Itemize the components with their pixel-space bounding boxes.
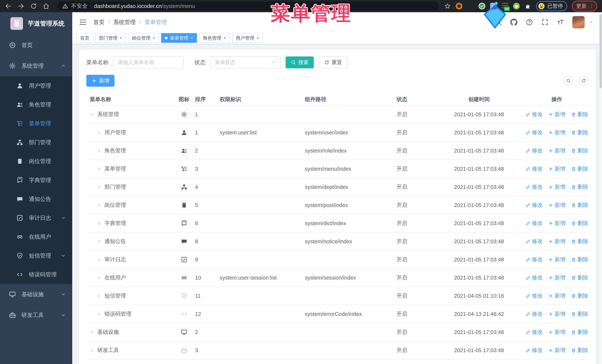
window-scrollbar-thumb[interactable] xyxy=(600,14,602,88)
row-action-edit[interactable]: 修改 xyxy=(526,292,543,300)
tab-close-icon[interactable]: × xyxy=(257,36,259,40)
table-row[interactable]: 短信管理11开启2021-04-05 01:10:16修改新增删除 xyxy=(86,287,588,305)
status-select[interactable]: 菜单状态 xyxy=(210,56,281,69)
row-action-edit[interactable]: 修改 xyxy=(526,328,543,336)
row-action-edit[interactable]: 修改 xyxy=(526,238,543,245)
orange-ring-extension-icon[interactable] xyxy=(456,3,462,10)
bookmark-star-icon[interactable] xyxy=(444,3,451,10)
table-row[interactable]: 岗位管理5system/post/index开启2021-01-05 17:03… xyxy=(86,196,588,214)
row-action-edit[interactable]: 修改 xyxy=(526,111,543,118)
sidebar-item[interactable]: 用户管理 xyxy=(0,76,72,95)
row-action-delete[interactable]: 删除 xyxy=(571,129,588,136)
row-action-delete[interactable]: 删除 xyxy=(571,147,588,154)
table-row[interactable]: 系统管理1开启2021-01-05 17:03:48修改新增删除 xyxy=(86,105,588,124)
address-bar[interactable]: 不安全 dashboard.yudao.iocoder.cn/system/me… xyxy=(57,2,439,10)
row-action-delete[interactable]: 删除 xyxy=(571,310,588,318)
sidebar-item[interactable]: 审计日志 xyxy=(0,208,72,227)
user-avatar[interactable] xyxy=(572,16,585,28)
row-action-add[interactable]: 新增 xyxy=(548,219,566,227)
tab-item[interactable]: 用户管理× xyxy=(232,33,263,43)
search-button[interactable]: 搜索 xyxy=(286,56,314,68)
sidebar-item[interactable]: 部门管理 xyxy=(0,133,72,152)
table-row[interactable]: 基础设施2开启2021-01-05 17:03:48修改新增删除 xyxy=(86,323,588,341)
row-action-add[interactable]: 新增 xyxy=(548,310,566,318)
sidebar-item[interactable]: 字典管理 xyxy=(0,171,72,190)
sidebar-logo-row[interactable]: 芋道管理系统 xyxy=(0,12,72,35)
tab-close-icon[interactable]: × xyxy=(120,36,122,40)
row-action-edit[interactable]: 修改 xyxy=(526,219,543,227)
row-action-delete[interactable]: 删除 xyxy=(571,328,588,336)
table-row[interactable]: 通知公告8system/notice/index开启2021-01-05 17:… xyxy=(86,233,588,251)
row-action-edit[interactable]: 修改 xyxy=(526,183,543,191)
row-action-delete[interactable]: 删除 xyxy=(571,238,588,245)
browser-menu-kebab-icon[interactable] xyxy=(589,4,594,9)
reset-button[interactable]: 重置 xyxy=(319,56,347,68)
row-action-add[interactable]: 新增 xyxy=(548,147,566,154)
row-action-edit[interactable]: 修改 xyxy=(526,347,543,354)
toggle-search-button[interactable] xyxy=(564,76,573,85)
home-icon[interactable] xyxy=(43,3,50,10)
row-action-add[interactable]: 新增 xyxy=(548,328,566,336)
add-button[interactable]: 新增 xyxy=(86,75,115,87)
menu-name-input[interactable]: 请输入菜单名称 xyxy=(113,56,184,69)
row-action-add[interactable]: 新增 xyxy=(548,347,566,354)
row-action-delete[interactable]: 删除 xyxy=(571,219,588,227)
forward-icon[interactable] xyxy=(17,3,24,10)
row-action-edit[interactable]: 修改 xyxy=(526,129,543,136)
sidebar-item[interactable]: 角色管理 xyxy=(0,95,72,114)
row-action-add[interactable]: 新增 xyxy=(548,274,566,281)
table-row[interactable]: 错误码管理12system/errorCode/index开启2021-04-1… xyxy=(86,305,588,323)
row-action-delete[interactable]: 删除 xyxy=(571,256,588,263)
row-action-add[interactable]: 新增 xyxy=(548,238,566,245)
sidebar-item[interactable]: 通知公告 xyxy=(0,190,72,208)
row-action-edit[interactable]: 修改 xyxy=(526,256,543,263)
table-row[interactable]: 用户管理1system:user:listsystem/user/index开启… xyxy=(86,124,588,142)
green-monkey-extension-icon[interactable] xyxy=(513,3,520,10)
font-size-icon[interactable] xyxy=(557,19,564,26)
sidebar-item[interactable]: 在线用户 xyxy=(0,227,72,246)
tab-item[interactable]: 首页 xyxy=(76,33,93,43)
row-action-add[interactable]: 新增 xyxy=(548,129,566,136)
sidebar-item[interactable]: 系统管理 xyxy=(0,56,72,76)
puzzle-extension-icon[interactable] xyxy=(525,3,531,10)
row-action-add[interactable]: 新增 xyxy=(548,111,566,118)
sidebar-item[interactable]: 错误码管理 xyxy=(0,265,72,284)
tab-close-icon[interactable]: × xyxy=(191,36,193,40)
sidebar-item[interactable]: 短信管理 xyxy=(0,246,72,265)
breadcrumb-item[interactable]: 菜单管理 xyxy=(145,19,167,26)
paused-extension-badge[interactable]: 已暂停 xyxy=(536,1,567,11)
tab-item[interactable]: 角色管理× xyxy=(199,33,230,43)
row-action-delete[interactable]: 删除 xyxy=(571,347,588,354)
sidebar-item[interactable]: 菜单管理 xyxy=(0,114,72,133)
table-row[interactable]: 研发工具3开启2021-01-05 17:03:48修改新增删除 xyxy=(86,341,588,360)
avatar-caret-down-icon[interactable] xyxy=(589,20,594,25)
row-action-add[interactable]: 新增 xyxy=(548,292,566,300)
reload-icon[interactable] xyxy=(30,3,37,10)
row-action-edit[interactable]: 修改 xyxy=(526,165,543,173)
list-on-extension-icon[interactable] xyxy=(502,3,508,10)
table-row[interactable]: 菜单管理3system/menu/index开启2021-01-05 17:03… xyxy=(86,160,588,178)
row-action-delete[interactable]: 删除 xyxy=(571,183,588,191)
table-row[interactable]: 部门管理4system/dept/index开启2021-01-05 17:03… xyxy=(86,178,588,196)
row-action-delete[interactable]: 删除 xyxy=(571,111,588,118)
row-action-edit[interactable]: 修改 xyxy=(526,274,543,281)
sidebar-item[interactable]: 基础设施 xyxy=(0,284,72,305)
row-action-delete[interactable]: 删除 xyxy=(571,274,588,281)
blue-cards-extension-icon[interactable] xyxy=(490,3,497,10)
table-row[interactable]: 审计日志9开启2021-01-05 17:03:48修改新增删除 xyxy=(86,251,588,269)
fullscreen-icon[interactable] xyxy=(541,19,549,26)
row-action-edit[interactable]: 修改 xyxy=(526,201,543,209)
green-check-extension-icon[interactable] xyxy=(479,3,485,10)
tab-item[interactable]: 部门管理× xyxy=(95,33,126,43)
row-action-edit[interactable]: 修改 xyxy=(526,310,543,318)
row-action-add[interactable]: 新增 xyxy=(548,256,566,263)
breadcrumb-item[interactable]: 系统管理 xyxy=(113,19,136,26)
sidebar-collapse-icon[interactable] xyxy=(79,18,87,26)
help-icon[interactable] xyxy=(526,19,533,26)
row-action-delete[interactable]: 删除 xyxy=(571,201,588,209)
sidebar-item[interactable]: 首页 xyxy=(0,35,72,56)
row-action-add[interactable]: 新增 xyxy=(548,165,566,173)
row-action-add[interactable]: 新增 xyxy=(548,201,566,209)
tab-close-icon[interactable]: × xyxy=(224,36,226,40)
blue-gem-extension-icon[interactable] xyxy=(467,3,474,10)
